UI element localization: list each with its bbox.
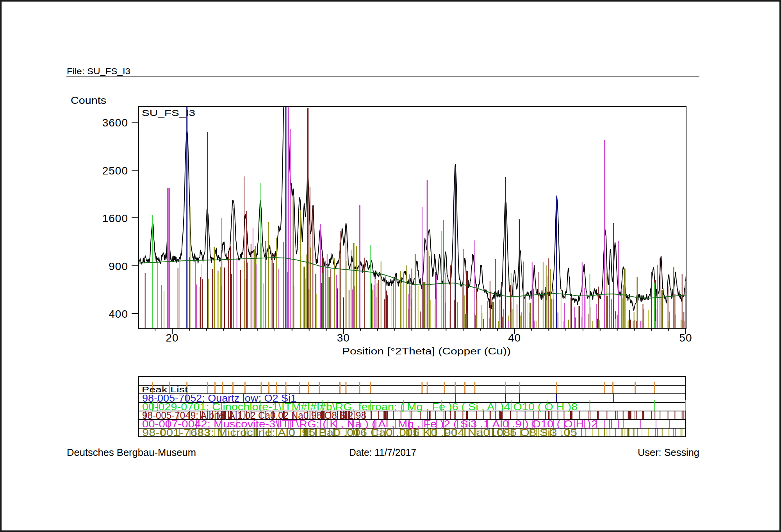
svg-text:20: 20 bbox=[166, 332, 178, 344]
svg-text:Position [°2Theta] (Copper (Cu: Position [°2Theta] (Copper (Cu)) bbox=[342, 346, 511, 356]
svg-text:900: 900 bbox=[109, 260, 128, 272]
svg-text:30: 30 bbox=[337, 332, 350, 344]
svg-text:Counts: Counts bbox=[71, 95, 106, 106]
svg-text:1600: 1600 bbox=[102, 212, 128, 224]
svg-text:User: Sessing: User: Sessing bbox=[638, 447, 699, 458]
svg-text:Date: 11/7/2017: Date: 11/7/2017 bbox=[349, 447, 416, 458]
svg-text:98-001-7683; Microcline; Al0 .: 98-001-7683; Microcline; Al0 .95 Ba0 .00… bbox=[142, 427, 577, 438]
svg-text:File: SU_FS_I3: File: SU_FS_I3 bbox=[67, 66, 130, 76]
svg-text:50: 50 bbox=[679, 332, 692, 344]
svg-text:SU_FS_I3: SU_FS_I3 bbox=[142, 108, 195, 118]
svg-text:2500: 2500 bbox=[102, 165, 128, 177]
svg-text:Deutsches Bergbau-Museum: Deutsches Bergbau-Museum bbox=[67, 447, 196, 458]
svg-text:400: 400 bbox=[109, 308, 128, 320]
svg-text:40: 40 bbox=[508, 332, 521, 344]
svg-text:3600: 3600 bbox=[102, 117, 128, 129]
